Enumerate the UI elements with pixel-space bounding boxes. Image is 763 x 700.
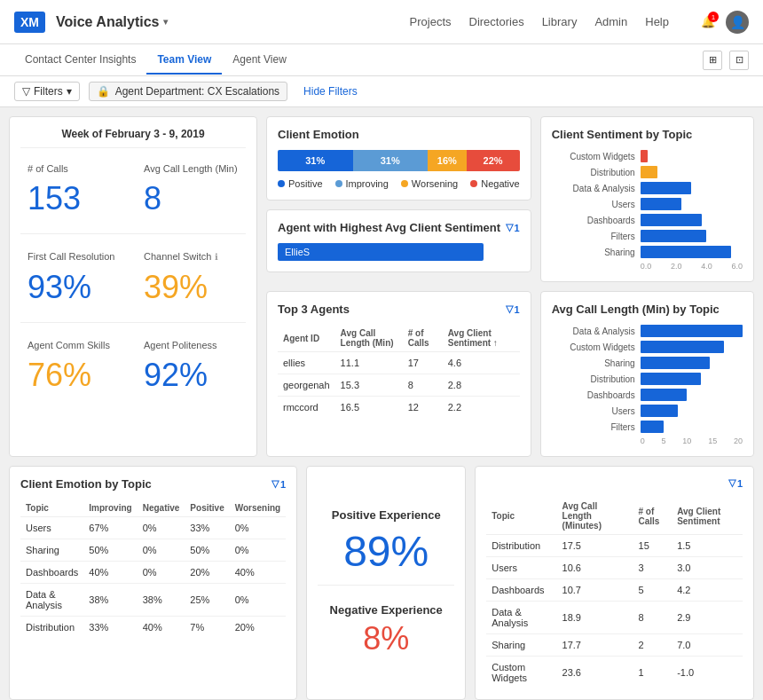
metric-fcr-value: 93% <box>28 269 122 306</box>
col-br-avg-call: Avg Call Length (Minutes) <box>557 498 633 535</box>
top-agents-title: Top 3 Agents ▽1 <box>278 303 520 316</box>
nav-projects[interactable]: Projects <box>410 15 452 28</box>
table-row: Data & Analysis18.982.9 <box>486 602 743 634</box>
neg-label: Negative Experience <box>330 603 443 617</box>
metric-channel-switch-label: Channel Switch ℹ <box>144 250 239 263</box>
info-icon: ℹ <box>215 251 218 263</box>
header-icons: 🔔 1 👤 <box>701 11 749 34</box>
top-agents-filter[interactable]: ▽1 <box>506 303 520 315</box>
emotion-bar: 31%31%16%22% <box>278 150 520 171</box>
pos-value: 89% <box>343 527 429 576</box>
col-improving: Improving <box>83 499 137 517</box>
week-title: Week of February 3 - 9, 2019 <box>20 128 246 148</box>
emotion-segment-31%: 31% <box>353 150 429 171</box>
table-row: Dashboards40%0%20%40% <box>20 562 286 584</box>
emotion-topic-title: Client Emotion by Topic ▽1 <box>20 477 286 491</box>
filter-dropdown-icon: ▾ <box>67 85 72 98</box>
pos-label: Positive Experience <box>332 508 441 522</box>
col-br-sentiment: Avg Client Sentiment <box>672 498 743 535</box>
axis-label: 10 <box>682 437 691 445</box>
metric-channel-switch: Channel Switch ℹ 39% <box>137 243 246 312</box>
axis-label: 5 <box>661 437 665 445</box>
agent-bar-label: EllieS <box>285 247 310 257</box>
bar-row: Custom Widgets <box>552 150 743 162</box>
avg-call-topic-card: Avg Call Length (Min) by Topic Data & An… <box>540 291 754 457</box>
nav-directories[interactable]: Directories <box>469 15 524 28</box>
col-positive: Positive <box>185 499 229 517</box>
tab-agent-view[interactable]: Agent View <box>222 46 297 75</box>
emotion-segment-16%: 16% <box>428 150 467 171</box>
grid-icon[interactable]: ⊞ <box>703 51 722 70</box>
filters-button[interactable]: ▽ Filters ▾ <box>14 82 80 101</box>
bar-row: Distribution <box>552 166 743 178</box>
client-emotion-title: Client Emotion <box>278 128 520 141</box>
agent-sentiment-title: Agent with Highest Avg Client Sentiment … <box>278 221 520 234</box>
table-row: Users10.633.0 <box>486 557 743 579</box>
nav-library[interactable]: Library <box>542 15 578 28</box>
bar-row: Sharing <box>552 357 743 369</box>
notification-bell[interactable]: 🔔 1 <box>701 15 715 28</box>
bottom-right-filter[interactable]: ▽1 <box>728 477 743 489</box>
metric-comm-skills-label: Agent Comm Skills <box>28 339 122 351</box>
table-row: Distribution33%40%7%20% <box>20 617 286 639</box>
agent-sentiment-filter[interactable]: ▽1 <box>506 222 520 233</box>
bar-row: Data & Analysis <box>552 325 743 337</box>
axis-label: 15 <box>708 437 717 445</box>
bar-row: Users <box>552 405 743 417</box>
metric-channel-switch-value: 39% <box>144 269 239 306</box>
title-caret: ▾ <box>163 17 168 27</box>
app-title-text: Voice Analytics <box>56 14 160 30</box>
main-content: Week of February 3 - 9, 2019 # of Calls … <box>0 107 763 700</box>
emotion-segment-22%: 22% <box>467 150 520 171</box>
top-agents-card: Top 3 Agents ▽1 Agent ID Avg Call Length… <box>266 291 531 457</box>
metric-calls: # of Calls 153 <box>20 155 130 224</box>
agent-bar: EllieS <box>278 243 484 261</box>
bar-row: Filters <box>552 421 743 433</box>
pos-neg-card: Positive Experience 89% Negative Experie… <box>306 466 466 700</box>
emotion-topic-table: Topic Improving Negative Positive Worsen… <box>20 499 286 638</box>
lock-icon: 🔒 <box>97 85 110 98</box>
nav-help[interactable]: Help <box>645 15 669 28</box>
sentiment-topic-card: Client Sentiment by Topic Custom Widgets… <box>540 116 754 282</box>
top-agents-table: Agent ID Avg Call Length (Min) # of Call… <box>278 325 520 418</box>
metric-calls-value: 153 <box>28 180 122 217</box>
legend-negative: Negative <box>470 178 519 189</box>
col-sentiment: Avg Client Sentiment ↑ <box>443 325 520 352</box>
sentiment-topic-chart: Custom WidgetsDistributionData & Analysi… <box>552 150 743 258</box>
metric-avg-call-value: 8 <box>144 180 239 217</box>
header-nav: Projects Directories Library Admin Help … <box>410 11 749 34</box>
table-row: Data & Analysis38%38%25%0% <box>20 584 286 617</box>
axis-label: 20 <box>734 437 743 445</box>
bottom-row: Client Emotion by Topic ▽1 Topic Improvi… <box>9 466 754 700</box>
hide-filters-link[interactable]: Hide Filters <box>303 85 358 98</box>
col-br-topic: Topic <box>486 498 556 535</box>
expand-icon[interactable]: ⊡ <box>729 51 749 70</box>
neg-value: 8% <box>363 620 409 657</box>
nav-admin[interactable]: Admin <box>594 15 627 28</box>
metric-comm-skills: Agent Comm Skills 76% <box>20 332 130 401</box>
table-row: Sharing17.727.0 <box>486 634 743 657</box>
bar-row: Dashboards <box>552 389 743 401</box>
user-avatar[interactable]: 👤 <box>726 11 749 34</box>
client-emotion-card: Client Emotion 31%31%16%22% PositiveImpr… <box>266 116 531 201</box>
axis-label: 2.0 <box>671 262 682 271</box>
tab-team-view[interactable]: Team View <box>146 46 222 75</box>
bar-row: Users <box>552 198 743 210</box>
emotion-topic-filter[interactable]: ▽1 <box>271 478 286 490</box>
xm-logo: XM <box>14 12 45 33</box>
tab-contact-center[interactable]: Contact Center Insights <box>14 46 146 75</box>
col-br-calls: # of Calls <box>633 498 673 535</box>
filter-funnel-icon: ▽ <box>22 85 30 98</box>
notification-badge: 1 <box>708 12 719 22</box>
metric-fcr: First Call Resolution 93% <box>20 243 130 312</box>
agent-sentiment-card: Agent with Highest Avg Client Sentiment … <box>266 209 531 272</box>
bar-row: Filters <box>552 230 743 242</box>
table-row: rmccord16.5122.2 <box>278 397 520 419</box>
table-row: ellies11.1174.6 <box>278 352 520 374</box>
axis-label: 6.0 <box>731 262 743 271</box>
metrics-grid: # of Calls 153 Avg Call Length (Min) 8 F… <box>20 155 246 401</box>
col-calls: # of Calls <box>403 325 443 352</box>
agent-bar-container: EllieS <box>278 243 520 261</box>
table-row: Sharing50%0%50%0% <box>20 539 286 562</box>
sentiment-topic-title: Client Sentiment by Topic <box>552 128 743 141</box>
